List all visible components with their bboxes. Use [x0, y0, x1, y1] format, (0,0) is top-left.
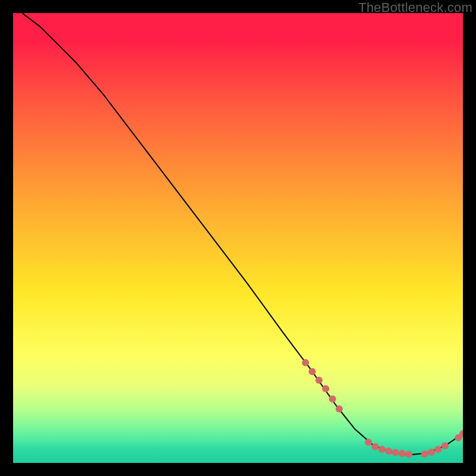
- data-marker: [405, 451, 412, 458]
- data-marker: [385, 447, 392, 455]
- data-marker: [421, 450, 428, 458]
- data-marker: [399, 450, 406, 457]
- data-marker: [329, 396, 336, 403]
- watermark-text: TheBottleneck.com: [358, 0, 472, 15]
- data-marker: [302, 359, 309, 366]
- data-marker: [322, 385, 329, 392]
- data-marker: [372, 443, 379, 450]
- data-marker: [315, 377, 322, 384]
- data-marker: [378, 446, 386, 453]
- chart-background: [13, 13, 463, 463]
- data-marker: [434, 446, 441, 453]
- marker-group: [302, 359, 463, 458]
- data-marker: [309, 368, 316, 375]
- data-marker: [365, 439, 372, 446]
- chart-svg: [13, 13, 463, 463]
- curve-line: [22, 13, 463, 455]
- data-marker: [392, 449, 399, 456]
- data-marker: [336, 405, 343, 412]
- data-marker: [441, 442, 449, 449]
- data-marker: [428, 449, 435, 456]
